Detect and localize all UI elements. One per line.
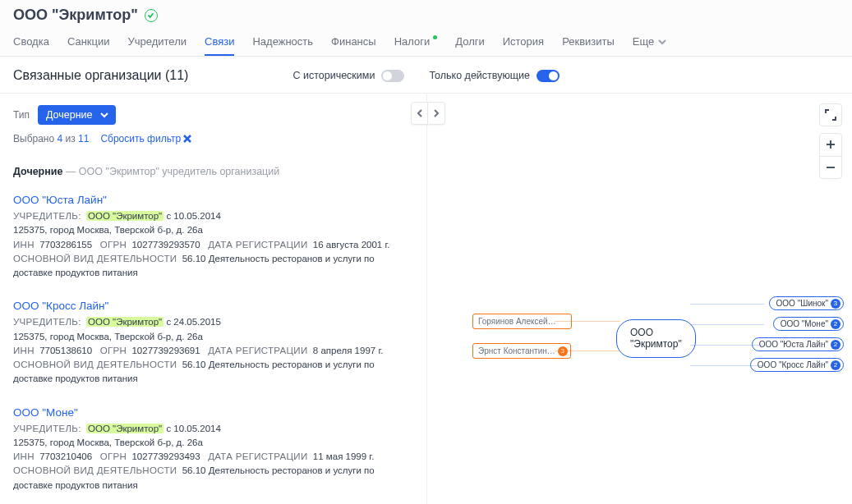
toggle-historical[interactable]: С историческими <box>292 70 404 82</box>
tab-история[interactable]: История <box>503 30 544 56</box>
tab-еще[interactable]: Еще <box>633 30 667 56</box>
org-name-link[interactable]: ООО "Кросс Лайн" <box>13 300 413 312</box>
tab-налоги[interactable]: Налоги <box>394 30 438 56</box>
graph-panel[interactable]: ООО"Экримтор"Горяинов Алексей…Эрнст Конс… <box>427 94 852 504</box>
org-name-link[interactable]: ООО "Юста Лайн" <box>13 194 413 206</box>
tab-финансы[interactable]: Финансы <box>331 30 376 56</box>
toggle-active-only[interactable]: Только действующие <box>429 70 560 82</box>
pager-prev-button[interactable] <box>412 103 428 124</box>
org-card: ООО "Моне"УЧРЕДИТЕЛЬ: ООО "Экримтор" с 1… <box>0 398 426 504</box>
tab-связи[interactable]: Связи <box>205 30 234 56</box>
tab-сводка[interactable]: Сводка <box>13 30 49 56</box>
graph-child-node[interactable]: ООО "Юста Лайн"2 <box>752 337 844 351</box>
left-panel: Тип Дочерние Выбрано 4 из 11 Сбросить фи… <box>0 94 427 504</box>
reset-filter-button[interactable]: Сбросить фильтр <box>100 133 191 144</box>
panel-pager <box>411 102 445 125</box>
section-title: Связанные организации (11) <box>13 68 188 83</box>
pager-next-button[interactable] <box>428 103 444 124</box>
type-label: Тип <box>13 109 30 121</box>
toggle-active-only-label: Только действующие <box>429 70 530 81</box>
subheader: Связанные организации (11) С исторически… <box>0 57 852 94</box>
tab-санкции[interactable]: Санкции <box>67 30 110 56</box>
tab-долги[interactable]: Долги <box>455 30 484 56</box>
tab-надежность[interactable]: Надежность <box>252 30 313 56</box>
verified-icon <box>145 9 158 22</box>
tab-учредители[interactable]: Учредители <box>128 30 187 56</box>
main-tabs: СводкаСанкцииУчредителиСвязиНадежностьФи… <box>13 30 839 56</box>
section-label: Дочерние — ООО "Экримтор" учредитель орг… <box>0 153 426 186</box>
tab-реквизиты[interactable]: Реквизиты <box>562 30 615 56</box>
toggle-historical-label: С историческими <box>292 70 375 81</box>
selected-count: Выбрано 4 из 11 <box>13 133 89 144</box>
type-select-value: Дочерние <box>46 109 93 121</box>
close-icon <box>183 135 191 143</box>
chevron-down-icon <box>657 37 667 47</box>
company-title: ООО "Экримтор" <box>13 7 138 24</box>
chevron-down-icon <box>99 110 109 120</box>
indicator-dot-icon <box>433 35 437 39</box>
page-header: ООО "Экримтор" СводкаСанкцииУчредителиСв… <box>0 0 852 57</box>
org-card: ООО "Кросс Лайн"УЧРЕДИТЕЛЬ: ООО "Экримто… <box>0 291 426 397</box>
graph-child-node[interactable]: ООО "Шинок"3 <box>769 296 844 310</box>
graph-center-node[interactable]: ООО"Экримтор" <box>616 319 696 358</box>
type-select[interactable]: Дочерние <box>38 105 116 125</box>
graph-child-node[interactable]: ООО "Моне"2 <box>773 317 844 331</box>
org-card: ООО "Юста Лайн"УЧРЕДИТЕЛЬ: ООО "Экримтор… <box>0 186 426 291</box>
org-name-link[interactable]: ООО "Моне" <box>13 406 413 419</box>
